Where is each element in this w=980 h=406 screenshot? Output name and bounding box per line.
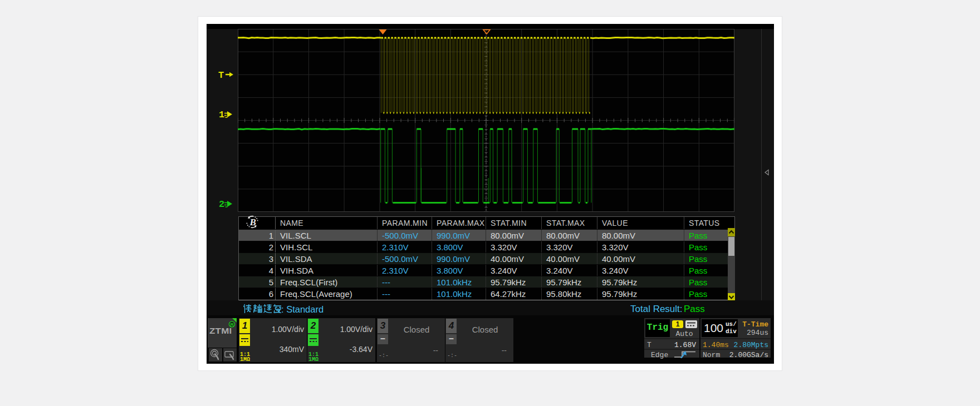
- svg-text:1: 1: [219, 110, 224, 120]
- svg-text:T: T: [218, 70, 224, 81]
- svg-text:R: R: [231, 322, 234, 328]
- svg-text:2: 2: [219, 199, 224, 210]
